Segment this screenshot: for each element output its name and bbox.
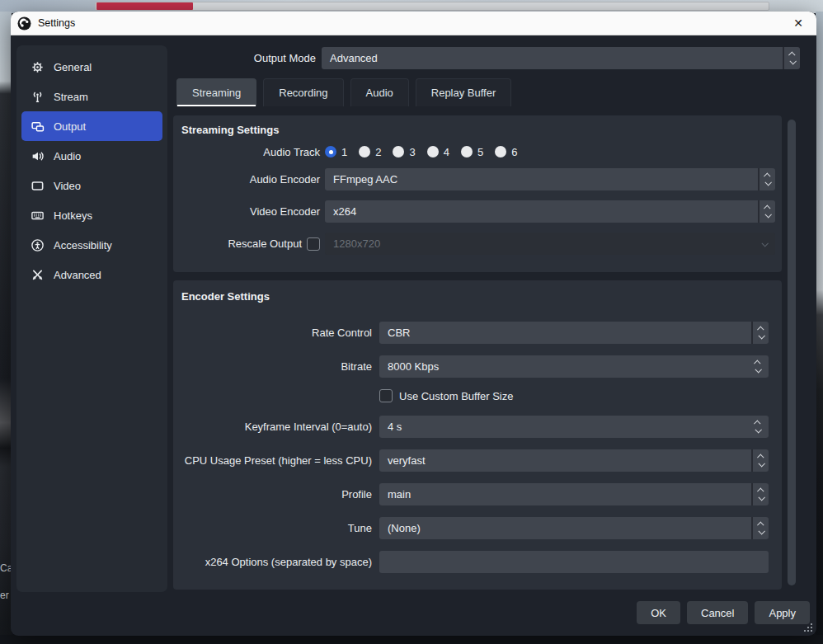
chevron-up-down-icon[interactable]	[783, 47, 800, 69]
keyframe-interval-value: 4 s	[388, 421, 402, 433]
sidebar-item-label: Video	[54, 180, 81, 192]
tune-select[interactable]: (None)	[379, 517, 769, 539]
resize-grip[interactable]	[804, 623, 812, 632]
radio-icon[interactable]	[461, 146, 473, 157]
rate-control-label: Rate Control	[181, 327, 372, 339]
x264-options-row: x264 Options (separated by space)	[181, 549, 782, 574]
spinner-arrows-icon[interactable]	[747, 355, 769, 378]
sidebar-item-advanced[interactable]: Advanced	[21, 260, 162, 289]
audio-track-row: Audio Track 123456	[181, 143, 782, 160]
chevron-up-down-icon[interactable]	[751, 483, 769, 505]
ok-button[interactable]: OK	[637, 601, 680, 624]
custom-buffer-row: Use Custom Buffer Size	[181, 388, 782, 404]
video-encoder-row: Video Encoder x264	[181, 200, 782, 223]
accessibility-icon	[31, 238, 45, 252]
speaker-icon	[31, 149, 45, 163]
sidebar-item-label: General	[54, 61, 92, 73]
scrollbar[interactable]	[788, 120, 796, 585]
background-window-bar	[95, 2, 769, 11]
background-text-fragment: er	[0, 590, 9, 601]
keyframe-interval-row: Keyframe Interval (0=auto) 4 s	[181, 414, 782, 439]
profile-label: Profile	[181, 488, 372, 501]
sidebar-item-general[interactable]: General	[21, 52, 162, 82]
chevron-up-down-icon[interactable]	[751, 449, 769, 472]
audio-track-radio-6[interactable]: 6	[495, 146, 517, 158]
keyboard-icon	[31, 209, 45, 223]
use-custom-buffer-checkbox[interactable]	[379, 389, 393, 402]
sidebar-item-label: Hotkeys	[54, 209, 92, 222]
tune-row: Tune (None)	[181, 515, 782, 540]
sidebar-item-hotkeys[interactable]: Hotkeys	[21, 200, 162, 230]
rescale-output-value: 1280x720	[333, 237, 380, 250]
chevron-up-down-icon[interactable]	[751, 517, 769, 539]
chevron-up-down-icon[interactable]	[758, 200, 775, 223]
tab-recording[interactable]: Recording	[263, 78, 343, 106]
sidebar-item-audio[interactable]: Audio	[21, 141, 162, 171]
radio-label: 5	[477, 146, 483, 158]
x264-options-label: x264 Options (separated by space)	[181, 556, 372, 568]
rescale-output-row: Rescale Output 1280x720	[181, 233, 782, 255]
radio-icon[interactable]	[427, 146, 439, 157]
rate-control-select[interactable]: CBR	[379, 322, 769, 344]
sidebar-item-output[interactable]: Output	[21, 111, 162, 141]
profile-value: main	[388, 488, 411, 501]
sidebar-item-video[interactable]: Video	[21, 171, 162, 200]
rate-control-value: CBR	[388, 327, 410, 339]
radio-icon[interactable]	[495, 146, 506, 157]
output-mode-select[interactable]: Advanced	[322, 47, 800, 69]
tab-audio[interactable]: Audio	[350, 78, 409, 106]
stream-icon	[31, 90, 45, 104]
rescale-output-checkbox[interactable]	[307, 237, 320, 251]
output-mode-value: Advanced	[330, 52, 378, 64]
monitor-icon	[31, 179, 45, 193]
apply-button[interactable]: Apply	[755, 601, 810, 624]
tab-replay-buffer[interactable]: Replay Buffer	[416, 78, 512, 106]
cpu-preset-select[interactable]: veryfast	[379, 449, 769, 472]
chevron-up-down-icon[interactable]	[751, 322, 769, 344]
audio-encoder-label: Audio Encoder	[181, 173, 320, 186]
rescale-output-label: Rescale Output	[181, 237, 302, 250]
audio-track-radio-5[interactable]: 5	[461, 146, 483, 158]
bitrate-row: Bitrate 8000 Kbps	[181, 354, 782, 378]
sidebar-item-label: Stream	[54, 91, 88, 103]
output-mode-row: Output Mode Advanced	[173, 47, 800, 69]
radio-icon[interactable]	[325, 146, 336, 157]
titlebar[interactable]: Settings ✕	[11, 12, 816, 35]
tools-icon	[31, 268, 45, 282]
bitrate-value: 8000 Kbps	[388, 360, 439, 373]
settings-dialog: Settings ✕ General	[11, 12, 816, 636]
audio-track-radio-2[interactable]: 2	[359, 146, 381, 158]
sidebar-item-label: Audio	[54, 150, 81, 162]
keyframe-interval-spinbox[interactable]: 4 s	[379, 416, 769, 438]
background-red-bar	[96, 2, 193, 10]
encoder-settings-panel: Encoder Settings Rate Control CBR Bitrat…	[173, 280, 782, 590]
tune-label: Tune	[181, 522, 372, 534]
x264-options-input[interactable]	[379, 551, 769, 573]
sidebar-item-stream[interactable]: Stream	[21, 82, 162, 111]
keyframe-interval-label: Keyframe Interval (0=auto)	[181, 421, 372, 433]
cancel-button[interactable]: Cancel	[687, 601, 748, 624]
bitrate-spinbox[interactable]: 8000 Kbps	[379, 355, 769, 378]
spinner-arrows-icon[interactable]	[747, 416, 769, 438]
cpu-preset-row: CPU Usage Preset (higher = less CPU) ver…	[181, 448, 782, 472]
close-icon[interactable]: ✕	[790, 16, 807, 31]
chevron-up-down-icon[interactable]	[758, 168, 775, 190]
video-encoder-value: x264	[333, 205, 356, 218]
radio-icon[interactable]	[393, 146, 404, 157]
video-encoder-select[interactable]: x264	[325, 200, 775, 223]
profile-select[interactable]: main	[379, 483, 769, 505]
sidebar-item-accessibility[interactable]: Accessibility	[21, 230, 162, 260]
background-left-sliver: Ca er	[0, 12, 12, 644]
radio-icon[interactable]	[359, 146, 370, 157]
tab-streaming[interactable]: Streaming	[176, 78, 256, 106]
audio-encoder-value: FFmpeg AAC	[333, 173, 397, 186]
audio-track-radio-4[interactable]: 4	[427, 146, 449, 158]
cpu-preset-label: CPU Usage Preset (higher = less CPU)	[181, 454, 372, 467]
tune-value: (None)	[388, 522, 421, 534]
audio-track-radio-3[interactable]: 3	[393, 146, 415, 158]
audio-track-radio-1[interactable]: 1	[325, 146, 347, 158]
audio-encoder-select[interactable]: FFmpeg AAC	[325, 168, 775, 190]
output-tabs: Streaming Recording Audio Replay Buffer	[176, 78, 511, 106]
bitrate-label: Bitrate	[181, 360, 372, 373]
audio-track-label: Audio Track	[181, 146, 320, 158]
